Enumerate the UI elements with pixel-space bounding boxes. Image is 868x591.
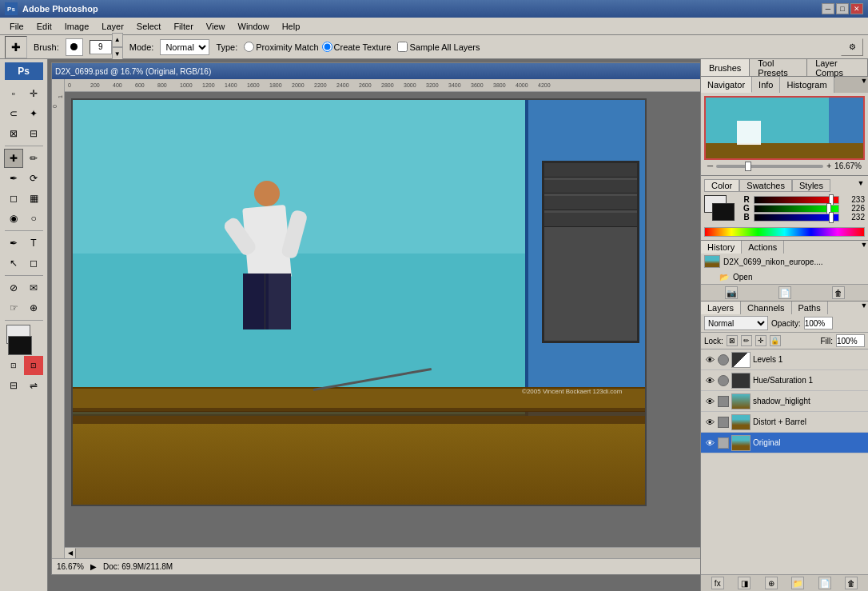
- tab-layers[interactable]: Layers: [701, 301, 741, 314]
- tool-dodge[interactable]: ○: [24, 209, 43, 228]
- mode-select[interactable]: Normal: [160, 39, 209, 55]
- history-delete-btn[interactable]: 🗑: [832, 286, 845, 299]
- zoom-slider[interactable]: [716, 165, 823, 168]
- layer-eye-levels1[interactable]: 👁: [704, 354, 715, 365]
- lock-transparent-btn[interactable]: ⊠: [727, 335, 738, 346]
- opacity-input[interactable]: [804, 317, 833, 329]
- navigator-collapse-btn[interactable]: ▼: [860, 77, 868, 85]
- tool-move[interactable]: ✛: [24, 84, 43, 103]
- g-slider[interactable]: [754, 205, 839, 213]
- tab-histogram[interactable]: Histogram: [780, 77, 834, 93]
- tool-magic-wand[interactable]: ✦: [24, 104, 43, 123]
- zoom-in-btn[interactable]: +: [826, 162, 831, 170]
- tool-slice[interactable]: ⊟: [24, 124, 43, 143]
- rainbow-gradient-bar[interactable]: [704, 227, 865, 237]
- layer-eye-original[interactable]: 👁: [704, 437, 715, 449]
- menu-view[interactable]: View: [200, 20, 232, 33]
- create-texture-option[interactable]: Create Texture: [322, 42, 392, 52]
- brush-size-input[interactable]: [90, 40, 112, 54]
- tab-tool-presets[interactable]: Tool Presets: [750, 59, 807, 76]
- tool-eraser[interactable]: ◻: [4, 189, 23, 208]
- tab-styles[interactable]: Styles: [792, 179, 830, 192]
- b-slider-thumb[interactable]: [829, 212, 834, 223]
- brush-size-control[interactable]: ▲ ▼: [90, 33, 123, 62]
- scroll-left-btn[interactable]: ◀: [65, 548, 76, 559]
- menu-help[interactable]: Help: [276, 20, 307, 33]
- background-color[interactable]: [8, 336, 32, 355]
- menu-file[interactable]: File: [3, 20, 30, 33]
- layer-adjustment-btn[interactable]: ⊕: [765, 577, 778, 589]
- layer-mask-btn[interactable]: ◨: [738, 577, 751, 589]
- layer-eye-huesat[interactable]: 👁: [704, 375, 715, 386]
- tool-notes[interactable]: ✉: [24, 278, 43, 297]
- tab-layer-comps[interactable]: Layer Comps: [807, 59, 868, 76]
- history-item-0[interactable]: D2X_0699_nikon_europe....: [701, 254, 868, 270]
- tool-healing[interactable]: ✚: [4, 149, 23, 168]
- layer-row-levels1[interactable]: 👁 Levels 1: [701, 349, 868, 370]
- history-create-doc-btn[interactable]: 📄: [778, 286, 791, 299]
- layer-row-huesat[interactable]: 👁 Hue/Saturation 1: [701, 370, 868, 391]
- tab-brushes[interactable]: Brushes: [701, 59, 750, 76]
- layer-new-btn[interactable]: 📄: [818, 577, 831, 589]
- tool-std-mode[interactable]: ⊡: [4, 356, 23, 375]
- layer-row-distort[interactable]: 👁 Distort + Barrel: [701, 412, 868, 433]
- layer-eye-distort[interactable]: 👁: [704, 417, 715, 428]
- layer-eye-shadow[interactable]: 👁: [704, 396, 715, 407]
- layers-collapse-btn[interactable]: ▼: [860, 301, 868, 309]
- background-color-box[interactable]: [712, 203, 735, 221]
- tool-zoom[interactable]: ⊕: [24, 298, 43, 317]
- tab-history[interactable]: History: [701, 241, 742, 254]
- b-slider[interactable]: [754, 214, 839, 222]
- tool-image-ready[interactable]: ⇌: [24, 376, 43, 395]
- layer-row-shadow[interactable]: 👁 shadow_higlight: [701, 391, 868, 412]
- minimize-button[interactable]: ─: [822, 3, 834, 14]
- tool-brush[interactable]: ✏: [24, 149, 43, 168]
- status-arrow[interactable]: ▶: [90, 562, 97, 571]
- tab-actions[interactable]: Actions: [742, 241, 784, 254]
- blend-mode-select[interactable]: Normal: [704, 316, 768, 330]
- menu-layer[interactable]: Layer: [95, 20, 130, 33]
- lock-position-btn[interactable]: ✛: [755, 335, 766, 346]
- zoom-slider-thumb[interactable]: [745, 162, 751, 171]
- lock-image-btn[interactable]: ✏: [741, 335, 752, 346]
- brush-preview[interactable]: [66, 38, 83, 56]
- tool-pen[interactable]: ✒: [4, 234, 23, 253]
- options-extra-btn[interactable]: ⚙: [841, 38, 863, 56]
- tool-marquee[interactable]: ▫: [4, 84, 23, 103]
- tab-info[interactable]: Info: [752, 77, 780, 93]
- layer-group-btn[interactable]: 📁: [791, 577, 804, 589]
- maximize-button[interactable]: □: [836, 3, 849, 14]
- tool-gradient[interactable]: ▦: [24, 189, 43, 208]
- sample-all-layers-option[interactable]: Sample All Layers: [397, 42, 480, 52]
- layer-row-original[interactable]: 👁 Original: [701, 433, 868, 453]
- tool-history-brush[interactable]: ⟳: [24, 169, 43, 188]
- tool-shape[interactable]: ◻: [24, 254, 43, 273]
- tab-color[interactable]: Color: [704, 179, 739, 192]
- tool-crop[interactable]: ⊠: [4, 124, 23, 143]
- menu-edit[interactable]: Edit: [30, 20, 58, 33]
- close-button[interactable]: ✕: [850, 3, 863, 14]
- history-new-snapshot-btn[interactable]: 📷: [725, 286, 738, 299]
- history-collapse-btn[interactable]: ▼: [860, 241, 868, 249]
- color-collapse-btn[interactable]: ▼: [857, 179, 865, 187]
- zoom-out-btn[interactable]: ─: [707, 162, 713, 170]
- lock-all-btn[interactable]: 🔒: [770, 335, 781, 346]
- tool-lasso[interactable]: ⊂: [4, 104, 23, 123]
- tool-clone-stamp[interactable]: ✒: [4, 169, 23, 188]
- menu-image[interactable]: Image: [58, 20, 96, 33]
- tool-type[interactable]: T: [24, 234, 43, 253]
- layer-effects-btn[interactable]: fx: [711, 577, 724, 589]
- layer-delete-btn[interactable]: 🗑: [845, 577, 858, 589]
- fill-input[interactable]: [836, 334, 865, 347]
- tool-path-select[interactable]: ↖: [4, 254, 23, 273]
- tool-screen-mode[interactable]: ⊟: [4, 376, 23, 395]
- tool-blur[interactable]: ◉: [4, 209, 23, 228]
- tool-quick-mask[interactable]: ⊡: [24, 356, 43, 375]
- tab-paths[interactable]: Paths: [792, 301, 828, 314]
- tab-channels[interactable]: Channels: [741, 301, 791, 314]
- proximity-match-option[interactable]: Proximity Match: [244, 42, 318, 52]
- menu-filter[interactable]: Filter: [167, 20, 199, 33]
- menu-select[interactable]: Select: [130, 20, 168, 33]
- menu-window[interactable]: Window: [232, 20, 276, 33]
- brush-size-up[interactable]: ▲: [112, 33, 123, 47]
